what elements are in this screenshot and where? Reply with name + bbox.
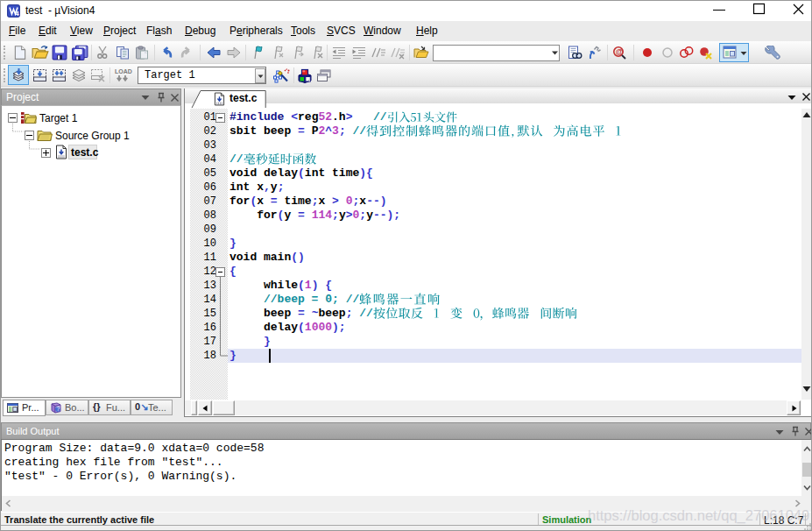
svg-text:4: 4	[15, 10, 19, 18]
svg-text:LOAD: LOAD	[115, 68, 132, 74]
svg-text:?: ?	[57, 406, 60, 412]
svg-text:@: @	[616, 47, 624, 56]
